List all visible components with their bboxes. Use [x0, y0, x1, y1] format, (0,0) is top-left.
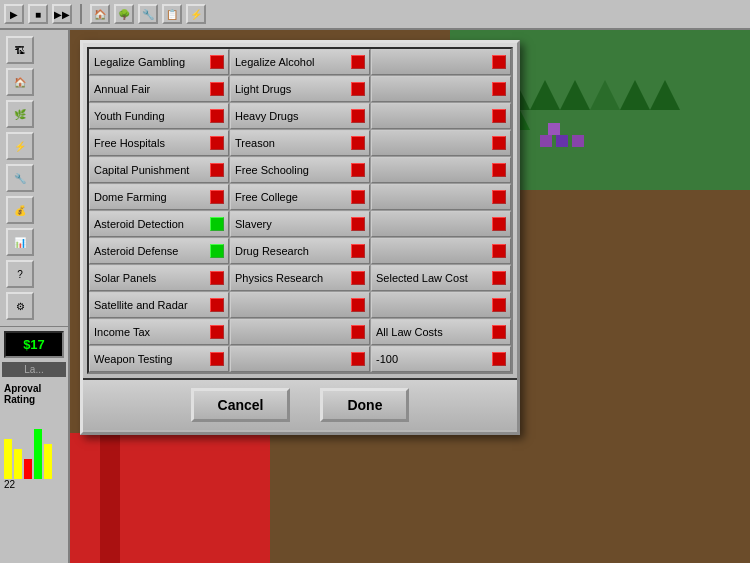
law-name: Free Hospitals: [94, 137, 210, 149]
law-indicator: [210, 163, 224, 177]
sidebar-btn-2[interactable]: 🏠: [6, 68, 34, 96]
law-name: Slavery: [235, 218, 351, 230]
law-cell: [371, 184, 511, 210]
money-display: $17: [4, 331, 64, 358]
law-cell[interactable]: Slavery: [230, 211, 370, 237]
stop-button[interactable]: ■: [28, 4, 48, 24]
law-indicator: [351, 190, 365, 204]
law-cell[interactable]: Income Tax: [89, 319, 229, 345]
law-indicator: [210, 217, 224, 231]
tool-btn-5[interactable]: ⚡: [186, 4, 206, 24]
law-cell[interactable]: Drug Research: [230, 238, 370, 264]
law-cell: [371, 292, 511, 318]
law-cell[interactable]: Satellite and Radar: [89, 292, 229, 318]
law-cell[interactable]: Dome Farming: [89, 184, 229, 210]
approval-section: Aproval Rating 22: [0, 379, 68, 494]
law-name: Annual Fair: [94, 83, 210, 95]
sidebar-btn-5[interactable]: 🔧: [6, 164, 34, 192]
sidebar-btn-9[interactable]: ⚙: [6, 292, 34, 320]
sidebar-btn-6[interactable]: 💰: [6, 196, 34, 224]
svg-rect-9: [540, 135, 552, 147]
sidebar-btn-7[interactable]: 📊: [6, 228, 34, 256]
law-cell[interactable]: Physics Research: [230, 265, 370, 291]
done-button[interactable]: Done: [320, 388, 409, 422]
road-marking: [100, 433, 120, 563]
law-indicator: [492, 244, 506, 258]
law-indicator: [210, 109, 224, 123]
svg-rect-11: [572, 135, 584, 147]
law-cell[interactable]: All Law Costs: [371, 319, 511, 345]
law-name: Light Drugs: [235, 83, 351, 95]
law-cell: [371, 157, 511, 183]
law-cell[interactable]: Free Hospitals: [89, 130, 229, 156]
law-name: Free College: [235, 191, 351, 203]
law-indicator: [492, 136, 506, 150]
law-label-small: La...: [2, 362, 66, 377]
sidebar-btn-8[interactable]: ?: [6, 260, 34, 288]
law-cell: [371, 76, 511, 102]
approval-number: 22: [4, 479, 64, 490]
svg-marker-2: [530, 80, 560, 110]
law-indicator: [492, 217, 506, 231]
law-indicator: [351, 55, 365, 69]
law-indicator: [351, 217, 365, 231]
law-indicator: [351, 298, 365, 312]
law-cell: [230, 292, 370, 318]
law-name: Capital Punishment: [94, 164, 210, 176]
law-indicator: [492, 82, 506, 96]
law-indicator: [351, 352, 365, 366]
law-cell[interactable]: Free Schooling: [230, 157, 370, 183]
law-indicator: [492, 190, 506, 204]
law-cell[interactable]: Youth Funding: [89, 103, 229, 129]
play-button[interactable]: ▶: [4, 4, 24, 24]
sidebar-btn-4[interactable]: ⚡: [6, 132, 34, 160]
law-cell[interactable]: Weapon Testing: [89, 346, 229, 372]
tool-btn-4[interactable]: 📋: [162, 4, 182, 24]
law-indicator: [492, 109, 506, 123]
law-indicator: [210, 271, 224, 285]
approval-bar-4: [34, 429, 42, 479]
sidebar-btn-3[interactable]: 🌿: [6, 100, 34, 128]
law-name: -100: [376, 353, 492, 365]
law-cell[interactable]: Capital Punishment: [89, 157, 229, 183]
law-indicator: [210, 136, 224, 150]
law-cell[interactable]: Heavy Drugs: [230, 103, 370, 129]
law-cell[interactable]: -100: [371, 346, 511, 372]
law-cell[interactable]: Asteroid Detection: [89, 211, 229, 237]
law-cell[interactable]: Legalize Alcohol: [230, 49, 370, 75]
law-name: Heavy Drugs: [235, 110, 351, 122]
svg-marker-5: [620, 80, 650, 110]
law-cell: [371, 49, 511, 75]
approval-title: Aproval Rating: [4, 383, 64, 405]
law-cell[interactable]: Asteroid Defense: [89, 238, 229, 264]
approval-bar-2: [14, 449, 22, 479]
law-indicator: [351, 163, 365, 177]
law-cell[interactable]: Annual Fair: [89, 76, 229, 102]
law-name: Legalize Gambling: [94, 56, 210, 68]
law-cell[interactable]: Legalize Gambling: [89, 49, 229, 75]
law-cell[interactable]: Light Drugs: [230, 76, 370, 102]
law-name: Asteroid Detection: [94, 218, 210, 230]
tool-btn-3[interactable]: 🔧: [138, 4, 158, 24]
tool-btn-1[interactable]: 🏠: [90, 4, 110, 24]
law-name: Weapon Testing: [94, 353, 210, 365]
law-indicator: [210, 298, 224, 312]
law-indicator: [210, 55, 224, 69]
left-sidebar: 🏗 🏠 🌿 ⚡ 🔧 💰 📊 ? ⚙ $17 La... Aproval Rati…: [0, 30, 70, 563]
law-indicator: [492, 271, 506, 285]
toolbar: ▶ ■ ▶▶ 🏠 🌳 🔧 📋 ⚡: [0, 0, 750, 30]
sidebar-btn-1[interactable]: 🏗: [6, 36, 34, 64]
law-name: Satellite and Radar: [94, 299, 210, 311]
law-cell[interactable]: Selected Law Cost: [371, 265, 511, 291]
law-name: Free Schooling: [235, 164, 351, 176]
law-name: Physics Research: [235, 272, 351, 284]
fast-forward-button[interactable]: ▶▶: [52, 4, 72, 24]
law-cell: [371, 238, 511, 264]
tool-btn-2[interactable]: 🌳: [114, 4, 134, 24]
law-indicator: [351, 271, 365, 285]
law-dialog: Legalize GamblingLegalize AlcoholAnnual …: [80, 40, 520, 435]
law-cell[interactable]: Free College: [230, 184, 370, 210]
law-cell[interactable]: Treason: [230, 130, 370, 156]
cancel-button[interactable]: Cancel: [191, 388, 291, 422]
law-cell[interactable]: Solar Panels: [89, 265, 229, 291]
